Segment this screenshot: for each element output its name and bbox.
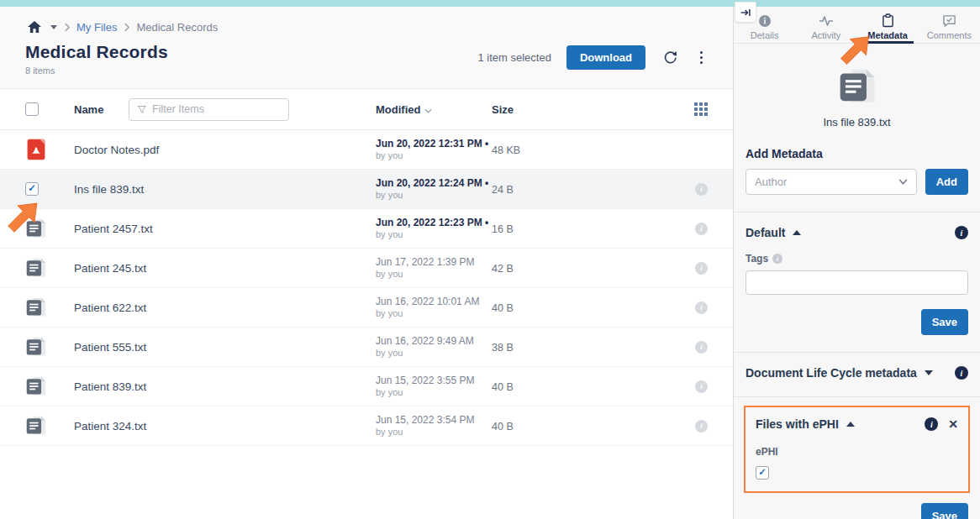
recent-dot: • <box>485 177 488 189</box>
file-size: 40 B <box>492 381 514 393</box>
selection-count: 1 item selected <box>477 51 551 64</box>
file-name[interactable]: Doctor Notes.pdf <box>74 144 159 156</box>
dlc-info-icon[interactable]: i <box>955 366 968 380</box>
filter-items-box <box>129 98 289 121</box>
file-name[interactable]: Ins file 839.txt <box>74 183 144 196</box>
download-button[interactable]: Download <box>566 45 645 70</box>
item-count: 8 items <box>25 66 168 76</box>
folder-header: My Files Medical Records Medical Records… <box>0 7 733 89</box>
tags-info-icon[interactable]: i <box>772 254 782 264</box>
row-info-icon[interactable]: i <box>695 262 708 275</box>
ephi-field-label: ePHI <box>756 446 778 458</box>
default-info-icon[interactable]: i <box>955 226 968 239</box>
text-file-icon <box>25 296 47 319</box>
pdf-file-icon <box>25 138 47 161</box>
file-size: 24 B <box>492 184 514 196</box>
row-info-icon[interactable]: i <box>695 341 708 354</box>
text-file-icon <box>25 375 47 398</box>
modified-by: by you <box>376 387 492 399</box>
row-info-icon[interactable]: i <box>695 183 708 196</box>
more-options-icon[interactable] <box>695 50 708 66</box>
column-name[interactable]: Name <box>74 103 103 116</box>
breadcrumb: My Files Medical Records <box>25 18 708 35</box>
ephi-checkbox[interactable] <box>756 466 769 480</box>
expand-caret-icon[interactable] <box>925 370 933 375</box>
row-info-icon[interactable]: i <box>695 420 708 432</box>
chevron-down-icon <box>898 179 908 185</box>
file-name[interactable]: Patient 622.txt <box>74 301 146 314</box>
tab-comments[interactable]: Comments <box>919 11 980 43</box>
text-file-icon-large <box>836 66 878 107</box>
ephi-close-icon[interactable]: ✕ <box>948 418 958 430</box>
file-name[interactable]: Patient 245.txt <box>74 262 146 275</box>
details-sidebar: Details Activity Metadata Comments Ins f… <box>733 7 980 519</box>
grid-view-icon[interactable] <box>694 102 708 116</box>
breadcrumb-my-files[interactable]: My Files <box>76 21 117 34</box>
collapse-caret-icon[interactable] <box>846 422 855 427</box>
modified-by: by you <box>376 269 492 280</box>
default-section: Default i Tags i Save <box>734 226 980 335</box>
tags-input[interactable] <box>746 270 968 295</box>
default-save-button[interactable]: Save <box>921 309 968 335</box>
divider <box>734 396 980 397</box>
text-file-icon <box>25 256 47 280</box>
ephi-info-icon[interactable]: i <box>925 417 938 431</box>
table-row[interactable]: Patient 555.txt Jun 16, 2022 9:49 AM • b… <box>0 328 733 367</box>
top-accent-bar <box>0 0 980 7</box>
modified-date: Jun 15, 2022 3:54 PM <box>376 414 474 426</box>
metadata-type-select[interactable]: Author <box>746 169 917 195</box>
dlc-section: Document Life Cycle metadata i <box>734 366 980 380</box>
home-dropdown-caret[interactable] <box>50 25 57 29</box>
modified-date: Jun 20, 2022 12:31 PM <box>376 138 482 149</box>
file-name[interactable]: Patient 555.txt <box>74 341 146 354</box>
table-row[interactable]: Patient 622.txt Jun 16, 2022 10:01 AM • … <box>0 288 733 328</box>
collapse-arrow-icon <box>740 7 751 18</box>
breadcrumb-chevron-icon <box>124 23 129 32</box>
table-row[interactable]: Patient 245.txt Jun 17, 2022 1:39 PM • b… <box>0 249 733 288</box>
file-browser-panel: My Files Medical Records Medical Records… <box>0 7 733 519</box>
table-row[interactable]: Patient 839.txt Jun 15, 2022 3:55 PM • b… <box>0 367 733 406</box>
info-icon <box>758 14 772 28</box>
table-row[interactable]: Ins file 839.txt Jun 20, 2022 12:24 PM •… <box>0 170 733 209</box>
table-row[interactable]: Doctor Notes.pdf Jun 20, 2022 12:31 PM •… <box>0 130 733 170</box>
dlc-section-title: Document Life Cycle metadata <box>746 366 917 380</box>
file-name[interactable]: Patient 324.txt <box>74 420 146 432</box>
file-name[interactable]: Patient 2457.txt <box>74 223 153 235</box>
modified-date: Jun 16, 2022 9:49 AM <box>376 335 474 347</box>
add-metadata-heading: Add Metadata <box>746 147 968 160</box>
modified-date: Jun 15, 2022 3:55 PM <box>376 375 474 386</box>
column-modified[interactable]: Modified <box>376 103 420 116</box>
filter-items-input[interactable] <box>152 103 281 115</box>
annotation-arrow-metadata-tab <box>835 29 877 68</box>
select-all-checkbox[interactable] <box>25 102 39 116</box>
file-size: 42 B <box>492 263 514 275</box>
file-name[interactable]: Patient 839.txt <box>74 380 146 393</box>
row-checkbox[interactable] <box>25 182 39 196</box>
file-size: 48 KB <box>492 144 520 156</box>
ephi-save-button[interactable]: Save <box>921 503 968 519</box>
comment-check-icon <box>942 14 956 28</box>
modified-date: Jun 20, 2022 12:24 PM <box>376 177 482 189</box>
modified-by: by you <box>376 150 492 162</box>
file-size: 40 B <box>492 302 514 314</box>
recent-dot: • <box>485 138 488 149</box>
modified-date: Jun 16, 2022 10:01 AM <box>376 296 479 307</box>
refresh-icon[interactable] <box>661 48 680 67</box>
add-button[interactable]: Add <box>925 169 968 195</box>
row-info-icon[interactable]: i <box>695 223 708 235</box>
file-size: 40 B <box>492 421 514 432</box>
default-section-title: Default <box>746 226 785 239</box>
row-info-icon[interactable]: i <box>695 301 708 314</box>
modified-by: by you <box>376 190 492 202</box>
collapse-caret-icon[interactable] <box>793 230 801 235</box>
collapse-panel-button[interactable] <box>735 2 756 23</box>
ephi-section-highlighted: Files with ePHI i ✕ ePHI <box>744 406 970 493</box>
modified-date: Jun 20, 2022 12:23 PM <box>376 217 482 228</box>
selected-file-name: Ins file 839.txt <box>823 116 890 128</box>
column-size[interactable]: Size <box>492 103 514 116</box>
table-row[interactable]: Patient 324.txt Jun 15, 2022 3:54 PM • b… <box>0 406 733 446</box>
modified-by: by you <box>376 229 492 241</box>
home-icon[interactable] <box>25 18 44 35</box>
row-info-icon[interactable]: i <box>695 380 708 393</box>
table-row[interactable]: Patient 2457.txt Jun 20, 2022 12:23 PM •… <box>0 209 733 249</box>
